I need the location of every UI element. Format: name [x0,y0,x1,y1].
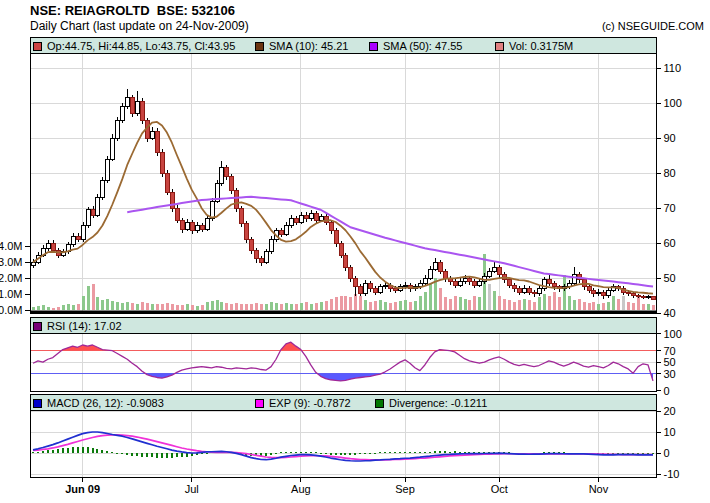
svg-text:100: 100 [664,97,682,109]
legend-item-macd: MACD (26, 12): -0.9083 [33,395,164,411]
ohlc-legend-label: Op:44.75, Hi:44.85, Lo:43.75, Cl:43.95 [47,40,235,52]
svg-text:1.0M: 1.0M [0,288,23,300]
rsi-legend-marker [33,322,42,331]
rsi-legend-label: RSI (14): 17.02 [47,320,122,332]
svg-text:4.0M: 4.0M [0,240,23,252]
svg-text:100: 100 [664,328,682,340]
svg-text:Jun 09: Jun 09 [65,483,100,495]
rsi-panel: 1007050300 [31,318,682,397]
legend-item-sma50: SMA (50): 47.55 [369,38,463,54]
volume-legend-marker [495,42,504,51]
svg-text:2.0M: 2.0M [0,272,23,284]
svg-text:70: 70 [664,202,676,214]
legend-item-sma10: SMA (10): 45.21 [255,38,349,54]
svg-text:-10: -10 [664,468,680,480]
svg-text:40: 40 [664,307,676,319]
stock-chart-svg: 1101009080706050404.0M3.0M2.0M1.0M0.0M 1… [0,0,710,503]
svg-text:20: 20 [664,405,676,417]
svg-text:3.0M: 3.0M [0,256,23,268]
stock-chart-page: NSE: REIAGROLTD BSE: 532106 Daily Chart … [0,0,710,503]
divergence-legend-marker [375,399,384,408]
ohlc-legend-marker [33,42,42,51]
svg-text:60: 60 [664,237,676,249]
svg-text:30: 30 [664,368,676,380]
svg-text:0.0M: 0.0M [0,304,23,316]
legend-item-exp: EXP (9): -0.7872 [255,395,351,411]
macd-legend-marker [33,399,42,408]
divergence-legend-label: Divergence: -0.1211 [389,397,487,409]
svg-text:70: 70 [664,345,676,357]
svg-text:110: 110 [664,62,682,74]
svg-text:Nov: Nov [589,483,609,495]
svg-text:Jul: Jul [185,483,199,495]
sma10-legend-marker [255,42,264,51]
macd-legend-label: MACD (26, 12): -0.9083 [47,397,164,409]
svg-text:0: 0 [664,385,670,397]
svg-text:90: 90 [664,132,676,144]
legend-item-rsi: RSI (14): 17.02 [33,318,122,334]
svg-text:0: 0 [664,447,670,459]
price-volume-panel: 1101009080706050404.0M3.0M2.0M1.0M0.0M [0,38,682,320]
exp-legend-label: EXP (9): -0.7872 [269,397,351,409]
svg-text:Sep: Sep [395,483,415,495]
legend-item-divergence: Divergence: -0.1211 [375,395,487,411]
x-axis: Jun 09JulAugSepOctNov [65,478,609,496]
legend-item-volume: Vol: 0.3175M [495,38,573,54]
legend-item-ohlc: Op:44.75, Hi:44.85, Lo:43.75, Cl:43.95 [33,38,235,54]
sma10-legend-label: SMA (10): 45.21 [269,40,349,52]
svg-text:50: 50 [664,356,676,368]
svg-text:Aug: Aug [291,483,311,495]
svg-text:80: 80 [664,167,676,179]
svg-text:Oct: Oct [491,483,508,495]
sma50-legend-marker [369,42,378,51]
volume-legend-label: Vol: 0.3175M [509,40,573,52]
sma50-legend-label: SMA (50): 47.55 [383,40,463,52]
exp-legend-marker [255,399,264,408]
svg-text:50: 50 [664,272,676,284]
svg-text:10: 10 [664,426,676,438]
